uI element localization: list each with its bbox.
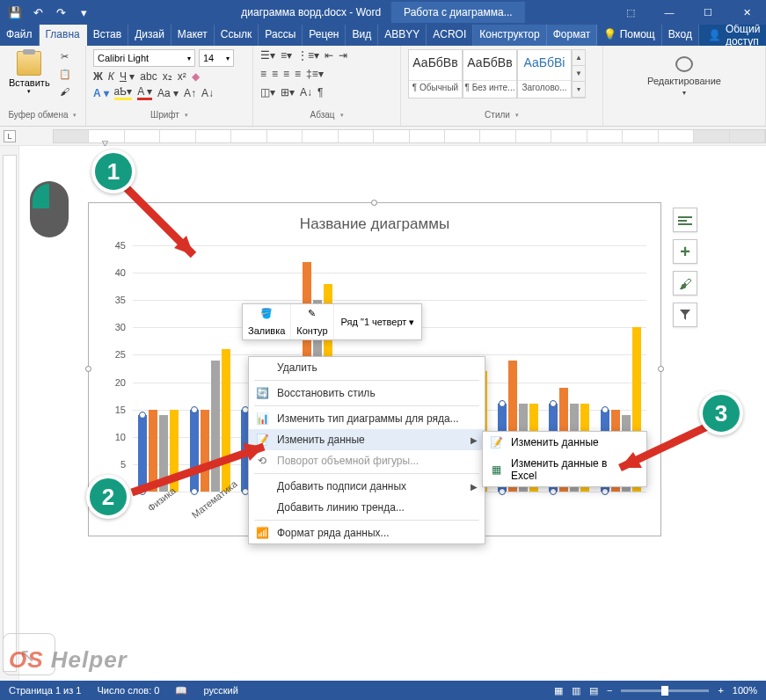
tab-file[interactable]: Файл bbox=[0, 25, 40, 46]
cut-button[interactable]: ✂ bbox=[57, 49, 73, 63]
undo-button[interactable]: ↶ bbox=[28, 3, 47, 22]
tab-chart-format[interactable]: Формат bbox=[547, 25, 598, 46]
page-indicator[interactable]: Страница 1 из 1 bbox=[9, 685, 81, 696]
redo-button[interactable]: ↷ bbox=[51, 3, 70, 22]
tab-mailings[interactable]: Рассы bbox=[259, 25, 303, 46]
copy-button[interactable]: 📋 bbox=[57, 67, 73, 81]
word-count[interactable]: Число слов: 0 bbox=[97, 685, 159, 696]
style-no-spacing[interactable]: АаБбВв¶ Без инте... bbox=[463, 49, 517, 98]
styles-expand-button[interactable]: ▾ bbox=[573, 82, 585, 98]
vertical-ruler[interactable] bbox=[0, 146, 19, 681]
zoom-in-button[interactable]: + bbox=[718, 685, 723, 696]
save-button[interactable]: 💾 bbox=[5, 3, 25, 22]
chart-elements-button[interactable]: + bbox=[673, 239, 697, 264]
bullets-button[interactable]: ☰▾ bbox=[260, 49, 275, 62]
clear-format-button[interactable]: ◆ bbox=[192, 70, 200, 83]
language-button[interactable]: русский bbox=[203, 685, 237, 696]
tab-insert[interactable]: Встав bbox=[87, 25, 128, 46]
y-axis-tick: 25 bbox=[115, 349, 126, 360]
zoom-out-button[interactable]: − bbox=[607, 685, 612, 696]
tab-chart-design[interactable]: Конструктор bbox=[473, 25, 546, 46]
shading-button[interactable]: ◫▾ bbox=[260, 86, 275, 98]
increase-indent-button[interactable]: ⇥ bbox=[339, 49, 347, 62]
align-left-button[interactable]: ≡ bbox=[260, 68, 266, 80]
menu-reset-style[interactable]: 🔄Восстановить стиль bbox=[249, 383, 485, 404]
minimize-button[interactable]: — bbox=[650, 0, 689, 25]
menu-add-data-labels[interactable]: Добавить подписи данных▶ bbox=[249, 476, 485, 497]
tell-me-button[interactable]: 💡 Помощ bbox=[597, 25, 661, 46]
close-button[interactable]: ✕ bbox=[727, 0, 766, 25]
font-size-select[interactable]: 14▾ bbox=[199, 49, 234, 67]
menu-3d-rotation[interactable]: ⟲Поворот объемной фигуры... bbox=[249, 450, 485, 471]
italic-button[interactable]: К bbox=[108, 70, 114, 83]
print-layout-button[interactable]: ▥ bbox=[572, 685, 580, 696]
fill-button[interactable]: 🪣Заливка bbox=[243, 304, 291, 339]
tab-design[interactable]: Дизай bbox=[128, 25, 171, 46]
chart-filter-button[interactable] bbox=[673, 303, 697, 327]
borders-button[interactable]: ⊞▾ bbox=[281, 86, 295, 98]
chart-styles-button[interactable]: 🖌 bbox=[673, 271, 697, 295]
sort-button[interactable]: A↓ bbox=[300, 86, 312, 98]
align-right-button[interactable]: ≡ bbox=[283, 68, 289, 80]
change-case-button[interactable]: Aa ▾ bbox=[157, 87, 179, 99]
spell-check-button[interactable]: 📖 bbox=[175, 685, 187, 696]
justify-button[interactable]: ≡ bbox=[295, 68, 301, 80]
tab-layout[interactable]: Макет bbox=[171, 25, 215, 46]
resize-handle-e[interactable] bbox=[658, 366, 664, 372]
svg-line-5 bbox=[132, 447, 264, 492]
menu-add-trendline[interactable]: Добавить линию тренда... bbox=[249, 497, 485, 518]
web-layout-button[interactable]: ▤ bbox=[589, 685, 598, 696]
style-heading1[interactable]: АаБбВіЗаголово... bbox=[517, 49, 572, 98]
font-name-select[interactable]: Calibri Light▾ bbox=[93, 49, 195, 67]
numbering-button[interactable]: ≡▾ bbox=[281, 49, 292, 62]
maximize-button[interactable]: ☐ bbox=[689, 0, 727, 25]
align-center-button[interactable]: ≡ bbox=[272, 68, 278, 80]
underline-button[interactable]: Ч ▾ bbox=[120, 70, 135, 83]
zoom-slider[interactable] bbox=[621, 689, 709, 692]
tab-review[interactable]: Рецен bbox=[303, 25, 346, 46]
styles-group-label: Стили bbox=[408, 110, 595, 122]
style-normal[interactable]: АаБбВв¶ Обычный bbox=[408, 49, 463, 98]
series-selector[interactable]: Ряд "1 четверт ▾ bbox=[334, 308, 422, 337]
document-title: диаграмма ворд.docx - Word bbox=[241, 6, 381, 18]
outline-button[interactable]: ✎Контур bbox=[291, 304, 333, 339]
tab-acrobat[interactable]: ACROI bbox=[427, 25, 473, 46]
shrink-font-button[interactable]: A↓ bbox=[201, 87, 214, 99]
ribbon-options-button[interactable]: ⬚ bbox=[611, 0, 650, 25]
subscript-button[interactable]: x₂ bbox=[163, 70, 172, 83]
editing-button[interactable]: Редактирование▾ bbox=[610, 49, 758, 102]
line-spacing-button[interactable]: ‡≡▾ bbox=[306, 68, 324, 80]
menu-delete[interactable]: Удалить bbox=[249, 357, 485, 378]
menu-edit-data[interactable]: 📝Изменить данные▶ bbox=[249, 429, 485, 450]
menu-format-series[interactable]: 📶Формат ряда данных... bbox=[249, 522, 485, 543]
decrease-indent-button[interactable]: ⇤ bbox=[325, 49, 333, 62]
grow-font-button[interactable]: A↑ bbox=[184, 87, 196, 99]
font-color-button[interactable]: A ▾ bbox=[137, 85, 152, 100]
qat-customize[interactable]: ▾ bbox=[74, 3, 93, 22]
resize-handle-w[interactable] bbox=[85, 366, 91, 372]
paste-button[interactable]: Вставить ▾ bbox=[7, 49, 52, 97]
text-effects-button[interactable]: A ▾ bbox=[93, 87, 109, 99]
styles-up-button[interactable]: ▲ bbox=[573, 50, 585, 66]
tab-references[interactable]: Ссылк bbox=[215, 25, 259, 46]
format-painter-button[interactable]: 🖌 bbox=[57, 84, 73, 98]
tab-abbyy[interactable]: ABBYY bbox=[378, 25, 427, 46]
highlight-button[interactable]: aƄ▾ bbox=[114, 85, 133, 100]
styles-down-button[interactable]: ▼ bbox=[573, 66, 585, 82]
share-button[interactable]: 👤 Общий доступ bbox=[699, 25, 766, 46]
read-mode-button[interactable]: ▦ bbox=[554, 685, 563, 696]
horizontal-ruler[interactable]: L ▽ bbox=[0, 127, 766, 146]
resize-handle-n[interactable] bbox=[371, 200, 377, 206]
show-marks-button[interactable]: ¶ bbox=[317, 86, 323, 98]
tab-view[interactable]: Вид bbox=[346, 25, 378, 46]
tab-home[interactable]: Главна bbox=[40, 25, 87, 46]
zoom-level[interactable]: 100% bbox=[733, 685, 757, 696]
superscript-button[interactable]: x² bbox=[178, 70, 186, 83]
multilevel-button[interactable]: ⋮≡▾ bbox=[297, 49, 319, 62]
clipboard-group-label: Буфер обмена bbox=[7, 110, 78, 122]
chart-layout-button[interactable] bbox=[673, 208, 697, 232]
sign-in-button[interactable]: Вход bbox=[662, 25, 699, 46]
bold-button[interactable]: Ж bbox=[93, 70, 103, 83]
strike-button[interactable]: abc bbox=[140, 70, 157, 83]
menu-change-chart-type[interactable]: 📊Изменить тип диаграммы для ряда... bbox=[249, 408, 485, 429]
